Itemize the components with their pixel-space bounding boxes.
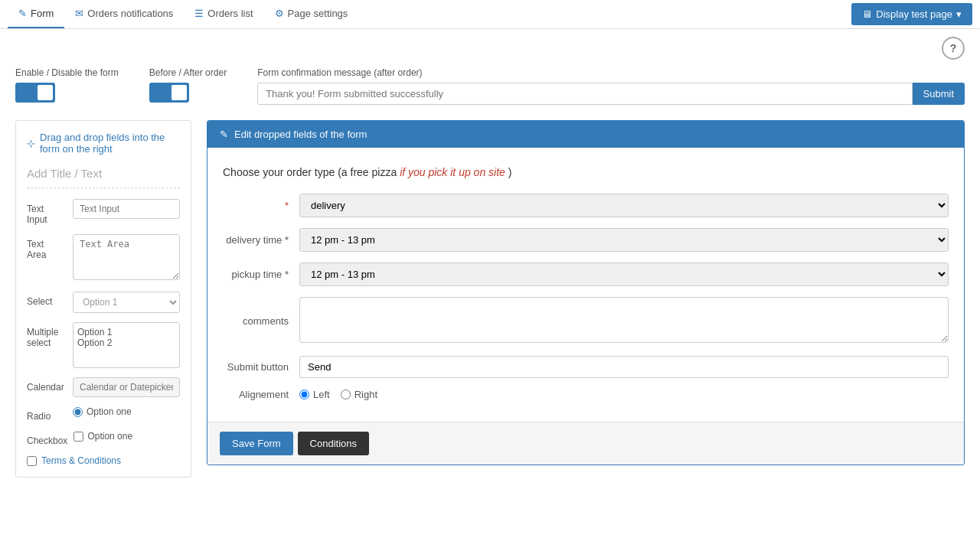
nav-orders-notifications-label: Orders notifications — [87, 8, 173, 19]
order-type-label: * — [223, 200, 299, 211]
before-after-toggle[interactable] — [149, 83, 189, 103]
text-input-label: TextInput — [27, 199, 67, 225]
terms-label: Terms & Conditions — [41, 455, 121, 466]
settings-row: Enable / Disable the form Before / After… — [0, 67, 980, 120]
left-panel-header-text: Drag and drop fields into the form on th… — [40, 132, 180, 155]
order-type-row: * delivery — [223, 194, 949, 217]
checkbox-input[interactable] — [74, 432, 83, 442]
toggle-thumb — [38, 85, 53, 100]
select-label: Select — [27, 292, 67, 307]
alignment-right-radio[interactable] — [341, 390, 351, 399]
submit-btn-control — [299, 356, 949, 378]
checkbox-field: Checkbox Option one — [27, 431, 180, 446]
enable-disable-setting: Enable / Disable the form — [15, 67, 119, 103]
multiple-select[interactable]: Option 1 Option 2 — [73, 322, 180, 368]
before-after-setting: Before / After order — [149, 67, 227, 103]
terms-checkbox[interactable] — [27, 456, 37, 466]
select-dropdown[interactable]: Option 1 — [73, 292, 180, 313]
submit-button[interactable]: Submit — [913, 83, 965, 105]
radio-option-label: Option one — [87, 406, 132, 417]
nav-orders-notifications[interactable]: ✉ Orders notifications — [64, 0, 184, 28]
multiple-select-control: Option 1 Option 2 — [73, 322, 180, 368]
order-type-required-star: * — [285, 200, 289, 211]
nav-page-settings[interactable]: ⚙ Page settings — [264, 0, 359, 28]
alignment-left-label: Left — [313, 389, 330, 400]
calendar-label: Calendar — [27, 377, 67, 393]
question-text-before: Choose your order type (a free pizza — [223, 166, 400, 178]
calendar-input[interactable] — [73, 377, 180, 397]
dropdown-arrow-icon: ▾ — [956, 8, 962, 20]
select-field: Select Option 1 — [27, 292, 180, 313]
calendar-control — [73, 377, 180, 397]
delivery-time-row: delivery time * 12 pm - 13 pm — [223, 228, 949, 252]
comments-textarea[interactable] — [299, 297, 949, 343]
question-highlight: if you pick it up on site — [400, 166, 505, 178]
left-panel: ⊹ Drag and drop fields into the form on … — [15, 120, 191, 478]
radio-label: Radio — [27, 406, 67, 422]
radio-field: Radio Option one — [27, 406, 180, 422]
toggle-thumb-2 — [172, 85, 187, 100]
footer-buttons: Save Form Conditions — [207, 422, 964, 465]
checkbox-label: Checkbox — [27, 431, 67, 446]
conditions-button[interactable]: Conditions — [298, 432, 369, 455]
alignment-label: Alignement — [223, 389, 299, 400]
pickup-time-label: pickup time * — [223, 269, 299, 280]
mail-icon: ✉ — [75, 8, 83, 19]
form-editor: Choose your order type (a free pizza if … — [207, 148, 964, 422]
comments-row: comments — [223, 297, 949, 345]
delivery-time-select[interactable]: 12 pm - 13 pm — [299, 228, 949, 252]
comments-control — [299, 297, 949, 345]
confirm-message-input[interactable] — [257, 83, 912, 105]
confirm-message-area: Form confirmation message (after order) … — [257, 67, 965, 105]
calendar-field: Calendar — [27, 377, 180, 397]
radio-control: Option one — [73, 406, 180, 417]
text-area-label: TextArea — [27, 234, 67, 260]
save-form-button[interactable]: Save Form — [220, 432, 293, 455]
nav-form[interactable]: ✎ Form — [8, 0, 64, 28]
help-icon-label: ? — [950, 42, 957, 54]
main-layout: ⊹ Drag and drop fields into the form on … — [0, 120, 980, 493]
monitor-icon: 🖥 — [862, 8, 872, 20]
display-test-button[interactable]: 🖥 Display test page ▾ — [851, 3, 972, 25]
text-input[interactable] — [73, 199, 180, 219]
right-panel-header-text: Edit dropped fields of the form — [234, 129, 367, 140]
comments-label: comments — [223, 315, 299, 327]
pickup-time-row: pickup time * 12 pm - 13 pm — [223, 262, 949, 286]
drag-icon: ⊹ — [27, 138, 35, 149]
alignment-left-radio[interactable] — [299, 390, 309, 399]
pickup-time-select[interactable]: 12 pm - 13 pm — [299, 262, 949, 286]
nav-orders-list[interactable]: ☰ Orders list — [184, 0, 263, 28]
nav-orders-list-label: Orders list — [207, 8, 253, 19]
alignment-row: Alignement Left Right — [223, 389, 949, 400]
before-after-label: Before / After order — [149, 67, 227, 78]
right-panel: ✎ Edit dropped fields of the form Choose… — [207, 120, 965, 465]
help-button[interactable]: ? — [942, 37, 965, 60]
text-input-field: TextInput — [27, 199, 180, 225]
nav-page-settings-label: Page settings — [288, 8, 348, 19]
nav-form-label: Form — [31, 8, 54, 19]
question-text-after: ) — [508, 166, 512, 178]
alignment-left: Left — [299, 389, 330, 400]
alignment-right-label: Right — [354, 389, 377, 400]
radio-input[interactable] — [73, 407, 83, 417]
confirm-msg-label: Form confirmation message (after order) — [257, 67, 965, 78]
gear-icon: ⚙ — [275, 8, 284, 19]
help-area: ? — [0, 29, 980, 67]
submit-btn-label: Submit button — [223, 361, 299, 373]
terms-row: Terms & Conditions — [27, 455, 180, 466]
submit-btn-input[interactable] — [299, 356, 949, 378]
edit-icon: ✎ — [220, 129, 228, 140]
order-type-question: Choose your order type (a free pizza if … — [223, 166, 949, 178]
left-panel-header: ⊹ Drag and drop fields into the form on … — [27, 132, 180, 155]
add-title: Add Title / Text — [27, 167, 180, 188]
text-area[interactable] — [73, 234, 180, 280]
text-area-control — [73, 234, 180, 282]
delivery-time-label: delivery time * — [223, 234, 299, 246]
enable-disable-toggle[interactable] — [15, 83, 55, 103]
multiple-select-field: Multipleselect Option 1 Option 2 — [27, 322, 180, 368]
enable-disable-label: Enable / Disable the form — [15, 67, 119, 78]
display-test-label: Display test page — [876, 8, 952, 20]
order-type-select[interactable]: delivery — [299, 194, 949, 217]
right-panel-header: ✎ Edit dropped fields of the form — [207, 121, 964, 148]
alignment-options: Left Right — [299, 389, 377, 400]
